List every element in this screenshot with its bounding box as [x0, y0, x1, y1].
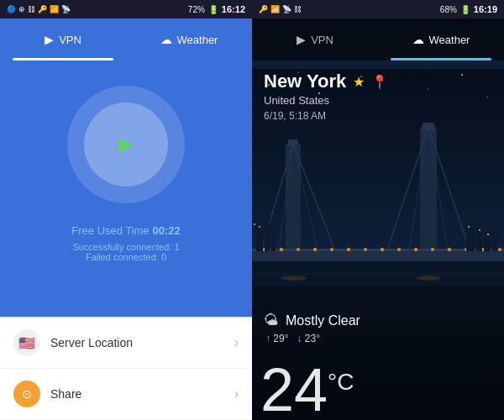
status-bars: 🔵⊕⛓🔑📶📡 72% 🔋 16:12 🔑📶📡⛓ 68% 🔋 16:19 [0, 0, 504, 18]
left-battery: 72% [188, 5, 205, 14]
menu-item-server[interactable]: 🇺🇸 Server Location › [0, 318, 252, 369]
weather-tab-bar: ▶ VPN ☁ Weather [252, 18, 504, 60]
temp-low-value: 23° [305, 333, 320, 344]
favorite-star-icon[interactable]: ★ [353, 74, 365, 90]
weather-tab-label-left: Weather [177, 34, 218, 46]
vpn-icon-left: ▶ [45, 33, 54, 46]
temp-high-value: 29° [273, 333, 288, 344]
temp-unit: °C [328, 369, 354, 395]
tab-weather-left[interactable]: ☁ Weather [126, 18, 252, 60]
vpn-stat-fail: Failed connected: 0 [72, 252, 179, 262]
server-chevron-icon: › [234, 335, 239, 350]
vpn-inner-ring[interactable]: ► [84, 102, 168, 186]
right-status-bar: 🔑📶📡⛓ 68% 🔋 16:19 [252, 0, 504, 18]
weather-panel: ▶ VPN ☁ Weather New York ★ 📍 United Stat… [252, 18, 504, 420]
left-status-icons: 🔵⊕⛓🔑📶📡 [7, 5, 71, 13]
weather-condition-area: 🌤 Mostly Clear ↑ 29° ↓ 23° [264, 312, 492, 344]
country-name: United States [264, 94, 492, 107]
share-icon: ⊙ [13, 381, 40, 407]
weather-icon-left: ☁ [160, 33, 172, 46]
vpn-panel: ▶ VPN ☁ Weather ► Free Used Time 00:22 S… [0, 18, 252, 420]
tab-vpn-left[interactable]: ▶ VPN [0, 18, 126, 60]
cloud-icon: 🌤 [264, 312, 279, 329]
vpn-outer-ring[interactable]: ► [67, 86, 185, 203]
condition-text: Mostly Clear [286, 313, 360, 328]
tab-vpn-right[interactable]: ▶ VPN [252, 18, 378, 60]
right-battery: 68% [440, 5, 457, 14]
temp-high-icon: ↑ [265, 333, 270, 344]
right-battery-icon: 🔋 [460, 5, 470, 14]
left-time: 16:12 [222, 4, 245, 14]
temp-low-icon: ↓ [297, 333, 302, 344]
vpn-tab-label-left: VPN [59, 34, 81, 46]
right-status-icons: 🔑📶📡⛓ [259, 5, 302, 13]
vpn-time-value: 00:22 [152, 224, 180, 237]
weather-tab-label-right: Weather [429, 34, 470, 46]
vpn-time-label: Free Used Time 00:22 [71, 224, 180, 237]
server-flag-icon: 🇺🇸 [13, 329, 40, 356]
left-battery-icon: 🔋 [208, 5, 218, 14]
vpn-tab-bar: ▶ VPN ☁ Weather [0, 18, 252, 60]
menu-item-share[interactable]: ⊙ Share › [0, 369, 252, 420]
temp-range: ↑ 29° ↓ 23° [265, 333, 492, 344]
server-location-label: Server Location [50, 336, 234, 349]
vpn-connect-arrow: ► [114, 131, 138, 158]
city-name: New York [264, 71, 346, 92]
share-chevron-icon: › [234, 386, 239, 402]
condition-row: 🌤 Mostly Clear [264, 312, 492, 329]
vpn-menu: 🇺🇸 Server Location › ⊙ Share › [0, 317, 252, 420]
location-pin-icon[interactable]: 📍 [371, 74, 388, 90]
tab-weather-right[interactable]: ☁ Weather [378, 18, 504, 60]
weather-icon-right: ☁ [412, 33, 424, 46]
main-content: ▶ VPN ☁ Weather ► Free Used Time 00:22 S… [0, 18, 504, 420]
vpn-tab-label-right: VPN [311, 34, 333, 46]
weather-content: New York ★ 📍 United States 6/19, 5:18 AM… [252, 60, 504, 420]
vpn-stats: Successfully connected: 1 Failed connect… [72, 242, 179, 262]
city-row: New York ★ 📍 [264, 71, 492, 92]
left-status-bar: 🔵⊕⛓🔑📶📡 72% 🔋 16:12 [0, 0, 252, 18]
vpn-icon-right: ▶ [297, 33, 306, 46]
right-time: 16:19 [474, 4, 497, 14]
vpn-stat-success: Successfully connected: 1 [72, 242, 179, 252]
share-label: Share [50, 387, 234, 401]
vpn-circle-area: ► Free Used Time 00:22 Successfully conn… [0, 60, 252, 317]
weather-datetime: 6/19, 5:18 AM [264, 110, 492, 122]
current-temp: 24°C [260, 360, 354, 420]
